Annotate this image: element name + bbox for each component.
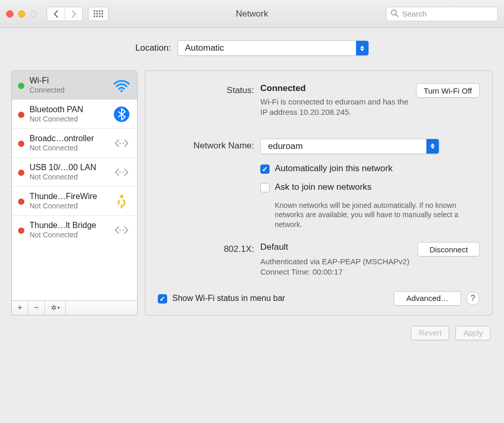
search-field-wrap [386,7,498,21]
apply-button[interactable]: Apply [455,326,491,340]
location-select-value: Automatic [178,43,232,53]
service-item-bluetooth[interactable]: Bluetooth PAN Not Connected [12,100,137,129]
ethernet-icon [112,222,131,238]
svg-point-12 [122,229,124,231]
gear-icon: ✲ [51,304,57,312]
status-label: Status: [158,83,260,98]
minimize-window-button[interactable] [18,10,25,18]
ask-join-row: Ask to join new networks Known networks … [260,182,480,230]
service-item-broadcom[interactable]: Broadc…ontroller Not Connected [12,129,137,158]
page-actions: Revert Apply [11,326,493,340]
network-name-label: Network Name: [158,139,260,153]
turn-wifi-off-button[interactable]: Turn Wi-Fi Off [416,83,480,98]
location-select[interactable]: Automatic [177,40,369,56]
svg-point-5 [122,142,124,144]
nav-back-button[interactable] [47,7,65,21]
service-item-status: Not Connected [29,231,107,239]
add-service-button[interactable]: + [12,301,28,315]
ask-join-checkbox[interactable] [260,183,270,192]
service-item-wifi[interactable]: Wi-Fi Connected [12,71,137,100]
service-item-firewire[interactable]: Thunde…FireWire Not Connected [12,187,137,216]
close-window-button[interactable] [6,10,13,18]
advanced-button[interactable]: Advanced… [394,291,461,306]
dot1x-value: Default [260,242,288,252]
list-actions-spacer [66,301,137,315]
ask-join-description: Known networks will be joined automatica… [275,201,480,230]
status-dot-icon [18,141,24,147]
network-name-value: eduroam [261,141,310,152]
svg-rect-10 [121,205,123,208]
dot1x-row: 802.1X: Default Authenticated via EAP-PE… [158,242,480,278]
zoom-window-button[interactable] [30,10,37,18]
service-item-status: Not Connected [29,173,107,181]
service-item-status: Not Connected [29,202,107,210]
service-item-status: Connected [29,86,107,94]
svg-point-6 [119,171,121,173]
remove-service-button[interactable]: − [28,301,45,315]
bluetooth-icon [112,107,131,122]
status-dot-icon [18,112,24,118]
status-row: Status: Connected Wi-Fi is connected to … [158,83,480,118]
revert-button[interactable]: Revert [411,326,449,340]
show-menubar-label: Show Wi-Fi status in menu bar [172,294,285,303]
service-item-name: Broadc…ontroller [29,134,107,143]
dot1x-label: 802.1X: [158,242,260,256]
ethernet-icon [112,135,131,151]
status-dot-icon [18,199,24,205]
status-dot-icon [18,228,24,234]
location-label: Location: [136,43,171,53]
network-select-stepper-icon [426,139,439,154]
ask-join-label: Ask to join new networks [275,182,372,192]
apps-grid-icon [94,10,103,18]
network-name-row: Network Name: eduroam Automatically join… [158,139,480,230]
service-item-usb-lan[interactable]: USB 10/…00 LAN Not Connected [12,158,137,187]
traffic-lights [6,10,37,18]
auto-join-label: Automatically join this network [275,163,393,174]
nav-back-forward [47,7,83,21]
location-row: Location: Automatic [11,40,493,56]
dot1x-auth-desc: Authenticated via EAP-PEAP (MSCHAPv2) [260,256,411,267]
firewire-icon [112,193,131,209]
show-menubar-checkbox[interactable] [158,294,167,304]
show-all-prefs-button[interactable] [88,7,109,21]
search-input[interactable] [386,7,498,21]
service-options-button[interactable]: ✲▾ [45,301,66,315]
svg-point-11 [119,229,121,231]
status-dot-icon [18,83,24,89]
status-dot-icon [18,170,24,176]
service-item-thunderbolt[interactable]: Thunde…lt Bridge Not Connected [12,216,137,244]
ethernet-icon [112,164,131,180]
network-name-select[interactable]: eduroam [260,139,439,154]
svg-point-4 [119,142,121,144]
detail-bottom-row: Show Wi-Fi status in menu bar Advanced… … [158,283,480,306]
service-item-name: Wi-Fi [29,76,107,85]
dot1x-time-desc: Connect Time: 00:00:17 [260,267,411,277]
services-sidebar: Wi-Fi Connected [11,70,138,315]
window-toolbar: Network [0,0,504,28]
detail-panel: Status: Connected Wi-Fi is connected to … [145,70,493,315]
service-list-actions: + − ✲▾ [11,301,138,315]
service-item-name: Bluetooth PAN [29,105,107,114]
service-item-status: Not Connected [29,115,107,123]
auto-join-row: Automatically join this network [260,163,480,174]
service-item-name: Thunde…lt Bridge [29,221,107,230]
svg-point-7 [122,171,124,173]
disconnect-button[interactable]: Disconnect [418,242,480,256]
service-item-name: USB 10/…00 LAN [29,163,107,172]
service-item-name: Thunde…FireWire [29,192,107,201]
wifi-icon [112,78,131,93]
svg-point-2 [121,89,123,92]
service-item-status: Not Connected [29,144,107,152]
help-button[interactable]: ? [466,292,480,305]
auto-join-checkbox[interactable] [260,164,270,174]
service-list: Wi-Fi Connected [11,70,138,301]
svg-rect-8 [120,194,124,198]
search-icon [390,9,399,18]
status-value: Connected [260,83,306,93]
nav-forward-button[interactable] [65,7,82,21]
location-select-stepper-icon [356,41,368,55]
svg-line-1 [396,14,398,16]
status-description: Wi-Fi is connected to eduroam and has th… [260,97,410,118]
